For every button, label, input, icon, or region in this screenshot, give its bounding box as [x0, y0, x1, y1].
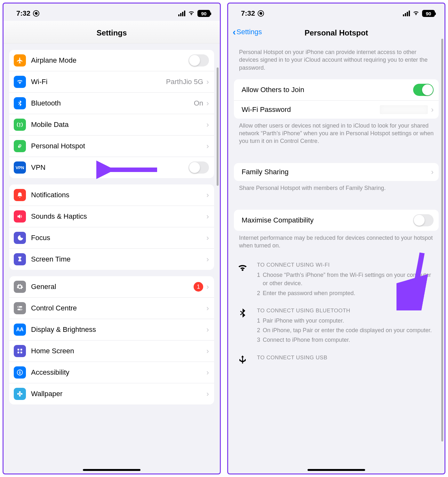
connect-bluetooth-block: TO CONNECT USING BLUETOOTH Pair iPhone w… — [228, 301, 444, 348]
status-time: 7:32 — [241, 9, 255, 18]
connect-step: Enter the password when prompted. — [257, 289, 437, 297]
airplane-toggle[interactable] — [188, 54, 209, 66]
screenshot-settings: 7:32 90 Settings Airplane Mode — [3, 3, 221, 474]
row-label: Maximise Compatibility — [242, 216, 413, 224]
row-maximise-compatibility[interactable]: Maximise Compatibility — [234, 210, 439, 231]
vpn-toggle[interactable] — [188, 161, 209, 174]
row-wifi-password[interactable]: Wi-Fi Password › — [234, 100, 439, 119]
row-wallpaper[interactable]: Wallpaper › — [9, 383, 214, 404]
settings-group-general: General 1 › Control Centre › AA Display … — [9, 276, 214, 404]
svg-rect-6 — [18, 352, 20, 354]
speaker-icon — [14, 210, 26, 223]
nav-header: ‹ Settings Personal Hotspot — [228, 21, 444, 43]
row-label: General — [31, 283, 194, 291]
row-vpn[interactable]: VPN VPN — [9, 157, 214, 178]
scrollbar[interactable] — [217, 67, 219, 186]
row-mobile-data[interactable]: Mobile Data › — [9, 114, 214, 135]
group-allow-join: Allow Others to Join Wi-Fi Password › — [234, 79, 439, 119]
chevron-right-icon: › — [206, 282, 209, 291]
wifi-status-icon — [188, 9, 195, 18]
wifi-icon — [236, 261, 249, 299]
status-time: 7:32 — [16, 9, 30, 18]
group-family-sharing: Family Sharing › — [234, 163, 439, 181]
moon-icon — [14, 232, 26, 244]
intro-text: Personal Hotspot on your iPhone can prov… — [228, 43, 444, 73]
gear-icon — [14, 281, 26, 293]
row-label: Focus — [31, 234, 206, 242]
group-max-compat: Maximise Compatibility — [234, 210, 439, 231]
row-personal-hotspot[interactable]: Personal Hotspot › — [9, 135, 214, 157]
home-indicator[interactable] — [308, 469, 365, 471]
row-general[interactable]: General 1 › — [9, 276, 214, 297]
row-label: Bluetooth — [31, 99, 194, 107]
back-label: Settings — [236, 28, 262, 36]
row-bluetooth[interactable]: Bluetooth On › — [9, 92, 214, 114]
usb-icon — [236, 354, 249, 365]
page-title: Personal Hotspot — [233, 28, 439, 37]
status-bar: 7:32 90 — [228, 4, 444, 21]
allow-footer: Allow other users or devices not signed … — [228, 119, 444, 150]
svg-point-3 — [20, 309, 22, 310]
svg-point-2 — [18, 306, 20, 308]
connect-title: TO CONNECT USING USB — [257, 354, 437, 362]
connect-step: Choose “Parth’s iPhone” from the Wi-Fi s… — [257, 271, 437, 287]
row-home-screen[interactable]: Home Screen › — [9, 340, 214, 362]
battery-indicator: 90 — [422, 10, 435, 17]
back-button[interactable]: ‹ Settings — [233, 28, 262, 36]
page-title: Settings — [9, 28, 215, 37]
connect-title: TO CONNECT USING BLUETOOTH — [257, 307, 437, 315]
row-detail: On — [194, 99, 203, 107]
allow-others-toggle[interactable] — [413, 84, 434, 96]
max-compat-toggle[interactable] — [413, 214, 434, 226]
row-control-centre[interactable]: Control Centre › — [9, 297, 214, 319]
svg-rect-5 — [20, 349, 22, 351]
row-label: Screen Time — [31, 255, 206, 263]
hotspot-content[interactable]: Personal Hotspot on your iPhone can prov… — [228, 43, 444, 473]
antenna-icon — [14, 119, 26, 131]
notification-badge: 1 — [194, 282, 203, 292]
row-family-sharing[interactable]: Family Sharing › — [234, 163, 439, 181]
row-notifications[interactable]: Notifications › — [9, 184, 214, 206]
row-wifi[interactable]: Wi-Fi ParthJio 5G › — [9, 71, 214, 92]
hotspot-icon — [14, 140, 26, 152]
battery-indicator: 90 — [197, 10, 210, 17]
row-label: Home Screen — [31, 347, 206, 355]
row-airplane-mode[interactable]: Airplane Mode — [9, 50, 214, 71]
text-size-icon: AA — [14, 324, 26, 336]
connect-step: On iPhone, tap Pair or enter the code di… — [257, 326, 437, 334]
cellular-icon — [403, 11, 410, 16]
chevron-right-icon: › — [206, 120, 209, 129]
svg-rect-4 — [18, 349, 20, 351]
row-label: Wi-Fi — [31, 78, 166, 86]
wifi-status-icon — [412, 9, 420, 18]
flower-icon — [14, 388, 26, 400]
settings-content[interactable]: Airplane Mode Wi-Fi ParthJio 5G › Blueto… — [4, 43, 220, 473]
row-label: Wallpaper — [31, 390, 206, 398]
chevron-right-icon: › — [206, 77, 209, 86]
chevron-right-icon: › — [206, 304, 209, 313]
row-label: Wi-Fi Password — [242, 106, 380, 114]
scrollbar[interactable] — [441, 43, 443, 442]
svg-point-10 — [19, 393, 21, 395]
row-sounds[interactable]: Sounds & Haptics › — [9, 206, 214, 227]
chevron-right-icon: › — [206, 347, 209, 356]
accessibility-icon — [14, 366, 26, 379]
row-allow-others[interactable]: Allow Others to Join — [234, 79, 439, 100]
chevron-right-icon: › — [206, 99, 209, 108]
chevron-right-icon: › — [431, 168, 434, 176]
home-indicator[interactable] — [83, 469, 140, 471]
row-focus[interactable]: Focus › — [9, 227, 214, 248]
row-screen-time[interactable]: Screen Time › — [9, 248, 214, 270]
hourglass-icon — [14, 253, 26, 265]
cellular-icon — [178, 11, 185, 16]
row-accessibility[interactable]: Accessibility › — [9, 362, 214, 383]
settings-group-connectivity: Airplane Mode Wi-Fi ParthJio 5G › Blueto… — [9, 50, 214, 178]
bluetooth-icon — [236, 307, 249, 346]
row-label: Personal Hotspot — [31, 142, 206, 150]
maxcompat-footer: Internet performance may be reduced for … — [228, 231, 444, 255]
vpn-icon: VPN — [14, 161, 26, 174]
location-icon — [33, 10, 39, 17]
row-label: Family Sharing — [242, 168, 431, 176]
chevron-right-icon: › — [431, 105, 434, 114]
row-display[interactable]: AA Display & Brightness › — [9, 319, 214, 340]
